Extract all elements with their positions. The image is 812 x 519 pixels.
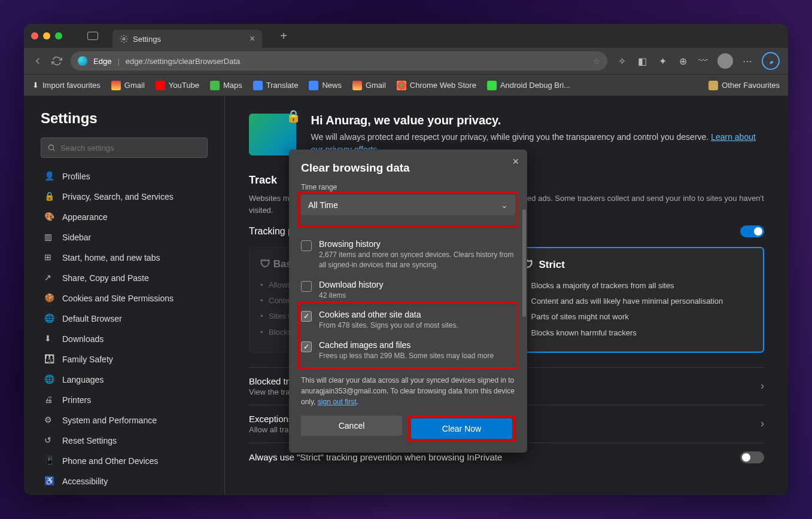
sidebar-item-privacy-search-and-services[interactable]: 🔒Privacy, Search, and Services	[41, 187, 208, 207]
svg-point-1	[48, 145, 53, 149]
time-range-label: Time range	[301, 183, 515, 191]
nav-icon: ↺	[44, 435, 55, 446]
extensions-icon[interactable]: ✧	[616, 55, 628, 67]
sidebar-item-default-browser[interactable]: 🌐Default Browser	[41, 309, 208, 329]
address-brand: Edge	[93, 57, 111, 66]
tab-overview-icon[interactable]	[87, 32, 98, 40]
address-bar[interactable]: Edge | edge://settings/clearBrowserData …	[71, 51, 607, 71]
collections-icon[interactable]: ⊕	[677, 55, 689, 67]
settings-heading: Settings	[41, 110, 208, 127]
checkbox[interactable]	[301, 240, 312, 251]
bookmark-gmail[interactable]: Gmail	[111, 81, 145, 90]
checkbox-checked[interactable]	[301, 341, 312, 352]
bookmark-maps[interactable]: Maps	[210, 81, 242, 90]
sidebar-item-appearance[interactable]: 🎨Appearance	[41, 207, 208, 227]
nav-icon: ▥	[44, 232, 55, 243]
checkbox[interactable]	[301, 281, 312, 292]
sidebar-item-downloads[interactable]: ⬇Downloads	[41, 329, 208, 349]
opt-browsing-history[interactable]: Browsing history2,677 items and more on …	[301, 234, 515, 275]
strict-item: Blocks a majority of trackers from all s…	[523, 278, 753, 294]
bookmark-youtube[interactable]: YouTube	[156, 81, 199, 90]
sidebar-item-phone-and-other-devices[interactable]: 📱Phone and Other Devices	[41, 451, 208, 471]
strict-item: Parts of sites might not work	[523, 309, 753, 325]
sync-note: This will clear your data across all you…	[301, 375, 515, 407]
sign-out-link[interactable]: sign out first	[318, 398, 357, 406]
nav-icon: ⚙	[44, 415, 55, 426]
traffic-lights	[31, 32, 62, 39]
bing-icon[interactable]	[762, 52, 780, 70]
sidebar-item-reset-settings[interactable]: ↺Reset Settings	[41, 431, 208, 451]
sidebar-item-printers[interactable]: 🖨Printers	[41, 390, 208, 410]
import-favourites[interactable]: ⬇Import favourites	[32, 81, 101, 90]
nav-icon: ↗	[44, 273, 55, 283]
nav-icon: ⊞	[44, 252, 55, 263]
cancel-button[interactable]: Cancel	[301, 416, 402, 436]
bookmark-translate[interactable]: Translate	[253, 81, 299, 90]
edge-icon	[78, 56, 87, 66]
sidebar-item-sidebar[interactable]: ▥Sidebar	[41, 227, 208, 248]
sidebar-item-family-safety[interactable]: 👨‍👩‍👧Family Safety	[41, 349, 208, 370]
sidebar-item-accessibility[interactable]: ♿Accessibility	[41, 471, 208, 491]
bookmark-gmail-2[interactable]: Gmail	[352, 81, 386, 90]
sidebar-item-cookies-and-site-permissions[interactable]: 🍪Cookies and Site Permissions	[41, 288, 208, 309]
dialog-title: Clear browsing data	[301, 161, 515, 175]
nav-icon: 👨‍👩‍👧	[44, 354, 55, 365]
bookmark-android[interactable]: Android Debug Bri...	[487, 81, 570, 90]
sidebar-item-start-home-and-new-tabs[interactable]: ⊞Start, home, and new tabs	[41, 248, 208, 268]
dialog-scrollbar[interactable]	[522, 209, 526, 317]
card-strict[interactable]: 🛡 Strict Blocks a majority of trackers f…	[511, 247, 765, 353]
strict-item: Content and ads will likely have minimal…	[523, 294, 753, 309]
nav-icon: 👤	[44, 171, 55, 182]
sidebar-item-profiles[interactable]: 👤Profiles	[41, 166, 208, 187]
bookmarks-bar: ⬇Import favourites Gmail YouTube Maps Tr…	[24, 74, 788, 96]
performance-icon[interactable]: 〰	[697, 55, 709, 67]
chevron-right-icon: ›	[761, 417, 764, 430]
bookmark-chrome-store[interactable]: Chrome Web Store	[397, 81, 476, 90]
search-input[interactable]	[60, 144, 201, 152]
titlebar: Settings × +	[24, 24, 788, 48]
opt-cookies[interactable]: Cookies and other site dataFrom 478 site…	[301, 305, 515, 335]
svg-point-0	[123, 38, 125, 40]
opt-download-history[interactable]: Download history42 items	[301, 275, 515, 306]
always-strict-toggle[interactable]	[740, 451, 764, 463]
back-icon[interactable]	[32, 56, 43, 66]
nav-icon: 🌐	[44, 313, 55, 324]
nav-icon: ♿	[44, 476, 55, 487]
tab-settings[interactable]: Settings ×	[112, 30, 262, 48]
close-window-icon[interactable]	[31, 32, 38, 39]
clear-now-button[interactable]: Clear Now	[411, 419, 512, 439]
toolbar: Edge | edge://settings/clearBrowserData …	[24, 48, 788, 74]
sidebar-item-languages[interactable]: 🌐Languages	[41, 370, 208, 390]
profile-avatar[interactable]	[717, 53, 733, 69]
nav-icon: 🍪	[44, 293, 55, 304]
split-icon[interactable]: ◧	[636, 55, 648, 67]
checkbox-checked[interactable]	[301, 311, 312, 322]
opt-cached[interactable]: Cached images and filesFrees up less tha…	[301, 335, 515, 366]
reload-icon[interactable]	[51, 56, 62, 66]
favorite-icon[interactable]: ☆	[593, 57, 600, 66]
bookmark-news[interactable]: News	[309, 81, 342, 90]
tracking-toggle[interactable]	[740, 225, 764, 237]
strict-title: 🛡 Strict	[523, 259, 753, 271]
other-favourites[interactable]: Other Favourites	[708, 81, 780, 90]
favorites-icon[interactable]: ✦	[656, 55, 668, 67]
gear-icon	[120, 35, 128, 43]
clear-browsing-dialog: × Clear browsing data Time range All Tim…	[289, 149, 527, 453]
close-tab-icon[interactable]: ×	[250, 33, 255, 44]
tab-title: Settings	[133, 35, 161, 44]
minimize-window-icon[interactable]	[43, 32, 50, 39]
sidebar-item-system-and-performance[interactable]: ⚙System and Performance	[41, 410, 208, 431]
nav-icon: 🎨	[44, 212, 55, 222]
new-tab-icon[interactable]: +	[280, 29, 287, 43]
sidebar-item-about-microsoft-edge[interactable]: ⓘAbout Microsoft Edge	[41, 491, 208, 495]
time-range-select[interactable]: All Time ⌄	[301, 195, 515, 215]
search-icon	[47, 144, 56, 152]
hero-title: Hi Anurag, we value your privacy.	[311, 114, 764, 127]
menu-icon[interactable]: ⋯	[741, 55, 753, 67]
close-dialog-icon[interactable]: ×	[512, 155, 519, 168]
nav-icon: 🌐	[44, 374, 55, 385]
hero-body: We will always protect and respect your …	[311, 132, 708, 142]
maximize-window-icon[interactable]	[55, 32, 62, 39]
search-settings[interactable]	[41, 138, 208, 158]
sidebar-item-share-copy-and-paste[interactable]: ↗Share, Copy and Paste	[41, 268, 208, 288]
